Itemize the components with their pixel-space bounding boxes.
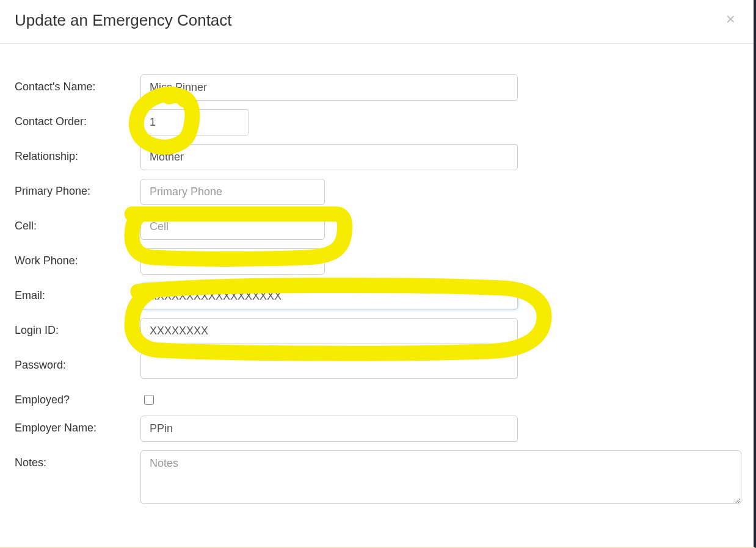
contact-name-field[interactable] xyxy=(140,74,518,101)
label-work-phone: Work Phone: xyxy=(15,248,140,267)
label-employer-name: Employer Name: xyxy=(15,416,140,434)
primary-phone-field[interactable] xyxy=(140,179,325,205)
modal-title: Update an Emergency Contact xyxy=(15,11,232,30)
row-login-id: Login ID: xyxy=(15,318,739,344)
label-primary-phone: Primary Phone: xyxy=(15,179,140,198)
label-password: Password: xyxy=(15,353,140,372)
modal-header: Update an Emergency Contact × xyxy=(0,0,754,44)
row-employer-name: Employer Name: xyxy=(15,416,739,442)
work-phone-field[interactable] xyxy=(140,248,325,275)
row-contact-order: Contact Order: xyxy=(15,109,739,135)
employed-checkbox[interactable] xyxy=(144,395,154,405)
relationship-field[interactable] xyxy=(140,144,518,170)
contact-order-field[interactable] xyxy=(140,109,249,135)
emergency-contact-modal: Update an Emergency Contact × Contact's … xyxy=(0,0,756,548)
cell-field[interactable] xyxy=(140,214,325,240)
employer-name-field[interactable] xyxy=(140,416,518,442)
notes-field[interactable] xyxy=(140,450,741,504)
password-field[interactable] xyxy=(140,353,518,379)
label-cell: Cell: xyxy=(15,214,140,233)
email-field[interactable] xyxy=(140,283,518,309)
row-notes: Notes: xyxy=(15,450,739,507)
label-employed: Employed? xyxy=(15,388,140,406)
row-work-phone: Work Phone: xyxy=(15,248,739,275)
label-contact-order: Contact Order: xyxy=(15,109,140,128)
label-email: Email: xyxy=(15,283,140,302)
row-primary-phone: Primary Phone: xyxy=(15,179,739,205)
label-login-id: Login ID: xyxy=(15,318,140,337)
close-icon[interactable]: × xyxy=(722,11,739,27)
modal-body: Contact's Name: Contact Order: Relations… xyxy=(0,44,754,527)
label-contact-name: Contact's Name: xyxy=(15,74,140,93)
row-employed: Employed? xyxy=(15,388,739,407)
row-cell: Cell: xyxy=(15,214,739,240)
label-notes: Notes: xyxy=(15,450,140,469)
login-id-field[interactable] xyxy=(140,318,518,344)
row-password: Password: xyxy=(15,353,739,379)
row-contact-name: Contact's Name: xyxy=(15,74,739,101)
row-relationship: Relationship: xyxy=(15,144,739,170)
label-relationship: Relationship: xyxy=(15,144,140,163)
row-email: Email: xyxy=(15,283,739,309)
